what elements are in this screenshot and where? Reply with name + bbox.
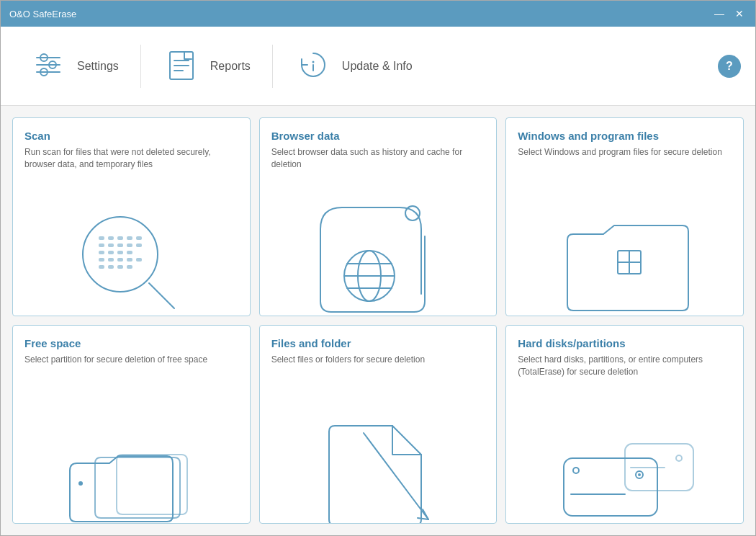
svg-rect-17 <box>136 236 142 240</box>
svg-rect-35 <box>127 265 132 269</box>
svg-rect-27 <box>99 258 104 262</box>
freespace-icon <box>13 411 250 523</box>
svg-rect-24 <box>108 251 114 254</box>
harddisk-desc: Select hard disks, partitions, or entire… <box>518 354 732 378</box>
files-card[interactable]: Files and folder Select files or folders… <box>259 325 498 524</box>
svg-rect-48 <box>625 444 693 491</box>
reports-icon <box>163 46 200 86</box>
files-desc: Select files or folders for secure delet… <box>271 354 485 366</box>
freespace-desc: Select partition for secure deletion of … <box>24 354 238 366</box>
scan-desc: Run scan for files that were not deleted… <box>24 146 238 171</box>
browser-desc: Select browser data such as history and … <box>271 146 485 171</box>
app-window: O&O SafeErase — ✕ Settings <box>0 0 756 536</box>
files-title: Files and folder <box>271 337 485 349</box>
settings-toolbar-item[interactable]: Settings <box>15 39 133 94</box>
toolbar-divider-2 <box>272 45 273 88</box>
browser-icon <box>260 200 497 316</box>
svg-rect-25 <box>117 251 123 254</box>
browser-card[interactable]: Browser data Select browser data such as… <box>259 117 498 316</box>
harddisk-icon <box>506 411 743 523</box>
svg-rect-14 <box>108 236 114 240</box>
toolbar: Settings Reports <box>1 27 755 106</box>
windows-card[interactable]: Windows and program files Select Windows… <box>505 117 744 316</box>
svg-point-53 <box>638 473 641 476</box>
svg-point-38 <box>358 251 381 301</box>
svg-rect-29 <box>117 258 123 262</box>
harddisk-title: Hard disks/partitions <box>518 337 732 349</box>
scan-card[interactable]: Scan Run scan for files that were not de… <box>12 117 251 316</box>
main-grid: Scan Run scan for files that were not de… <box>1 106 755 535</box>
svg-rect-18 <box>99 244 104 247</box>
help-button[interactable]: ? <box>718 55 741 78</box>
window-controls: — ✕ <box>712 9 747 19</box>
reports-toolbar-item[interactable]: Reports <box>148 39 265 94</box>
minimize-button[interactable]: — <box>712 9 726 19</box>
reports-label: Reports <box>210 60 251 73</box>
svg-rect-30 <box>127 258 132 262</box>
windows-desc: Select Windows and program files for sec… <box>518 146 732 158</box>
svg-point-52 <box>636 471 643 478</box>
title-bar: O&O SafeErase — ✕ <box>1 1 755 27</box>
svg-point-55 <box>573 468 579 473</box>
update-toolbar-item[interactable]: Update & Info <box>280 39 427 94</box>
scan-icon <box>13 200 250 316</box>
freespace-card[interactable]: Free space Select partition for secure d… <box>12 325 251 524</box>
settings-label: Settings <box>77 60 119 73</box>
scan-title: Scan <box>24 130 238 142</box>
svg-point-10 <box>312 61 314 63</box>
browser-title: Browser data <box>271 130 485 142</box>
close-button[interactable]: ✕ <box>732 9 747 19</box>
svg-rect-31 <box>136 258 142 262</box>
svg-rect-34 <box>117 265 123 269</box>
svg-point-12 <box>83 217 158 292</box>
harddisk-card[interactable]: Hard disks/partitions Select hard disks,… <box>505 325 744 524</box>
svg-line-47 <box>364 433 428 519</box>
svg-rect-20 <box>117 244 123 247</box>
svg-rect-32 <box>99 265 104 269</box>
settings-icon <box>30 46 67 86</box>
svg-rect-26 <box>127 251 132 254</box>
window-title: O&O SafeErase <box>9 9 76 19</box>
svg-rect-15 <box>117 236 123 240</box>
windows-icon <box>506 204 743 316</box>
svg-rect-21 <box>127 244 132 247</box>
svg-rect-28 <box>108 258 114 262</box>
svg-rect-19 <box>108 244 114 247</box>
windows-title: Windows and program files <box>518 130 732 142</box>
svg-point-37 <box>344 251 395 301</box>
svg-rect-43 <box>618 251 641 274</box>
freespace-title: Free space <box>24 337 238 349</box>
files-icon <box>260 411 497 523</box>
svg-rect-23 <box>99 251 104 254</box>
update-icon <box>294 46 332 86</box>
svg-point-42 <box>405 206 420 220</box>
update-label: Update & Info <box>342 60 413 73</box>
svg-point-49 <box>676 455 682 461</box>
svg-point-46 <box>78 481 83 486</box>
toolbar-divider-1 <box>140 45 141 88</box>
svg-rect-33 <box>108 265 114 269</box>
svg-rect-13 <box>99 236 104 240</box>
svg-rect-22 <box>136 244 142 247</box>
svg-line-36 <box>149 283 174 308</box>
svg-rect-51 <box>564 458 657 516</box>
svg-rect-16 <box>127 236 132 240</box>
